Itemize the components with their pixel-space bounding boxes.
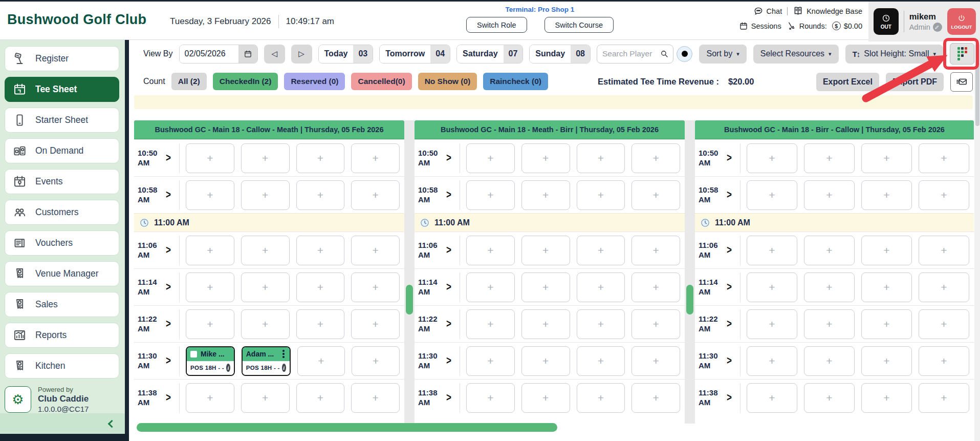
- sidebar-item-customers[interactable]: Customers: [5, 200, 119, 225]
- empty-slot-add-button[interactable]: +: [521, 143, 570, 173]
- sidebar-item-tee-sheet[interactable]: Tee Sheet: [5, 77, 119, 102]
- booking-cell[interactable]: Adam ...POS 18H - -i: [242, 346, 291, 376]
- empty-slot-add-button[interactable]: +: [296, 143, 345, 173]
- day-button-tomorrow[interactable]: Tomorrow04: [379, 45, 450, 64]
- vertical-scrollbar-thumb[interactable]: [975, 44, 979, 126]
- switch-role-button[interactable]: Switch Role: [466, 17, 527, 33]
- expand-row-chevron-icon[interactable]: >: [727, 152, 740, 164]
- day-button-sunday[interactable]: Sunday08: [529, 45, 591, 64]
- expand-row-chevron-icon[interactable]: >: [727, 188, 740, 201]
- expand-row-chevron-icon[interactable]: >: [446, 354, 460, 367]
- sort-by-dropdown[interactable]: Sort by ▾: [699, 45, 746, 64]
- empty-slot-add-button[interactable]: +: [804, 309, 855, 339]
- chat-link[interactable]: Chat: [753, 6, 782, 16]
- sidebar-item-starter-sheet[interactable]: Starter Sheet: [5, 108, 119, 133]
- expand-row-chevron-icon[interactable]: >: [166, 244, 179, 257]
- empty-slot-add-button[interactable]: +: [919, 272, 969, 302]
- empty-slot-add-button[interactable]: +: [577, 180, 625, 210]
- sidebar-item-reports[interactable]: Reports: [5, 323, 119, 348]
- logout-button[interactable]: LOGOUT: [947, 8, 976, 35]
- empty-slot-add-button[interactable]: +: [241, 236, 290, 265]
- empty-slot-add-button[interactable]: +: [919, 236, 969, 265]
- empty-slot-add-button[interactable]: +: [521, 272, 570, 302]
- empty-slot-add-button[interactable]: +: [919, 180, 969, 210]
- info-icon[interactable]: i: [282, 364, 286, 372]
- empty-slot-add-button[interactable]: +: [631, 143, 680, 173]
- prev-day-button[interactable]: ◁: [264, 45, 285, 64]
- empty-slot-add-button[interactable]: +: [296, 180, 345, 210]
- empty-slot-add-button[interactable]: +: [861, 383, 912, 413]
- day-button-today[interactable]: Today03: [318, 45, 374, 64]
- empty-slot-add-button[interactable]: +: [577, 143, 625, 173]
- empty-slot-add-button[interactable]: +: [747, 309, 797, 339]
- count-filter-no-show-0[interactable]: No Show (0): [418, 73, 477, 90]
- empty-slot-add-button[interactable]: +: [631, 272, 680, 302]
- expand-row-chevron-icon[interactable]: >: [446, 391, 460, 404]
- empty-slot-add-button[interactable]: +: [521, 383, 570, 413]
- empty-slot-add-button[interactable]: +: [186, 383, 234, 413]
- sidebar-item-vouchers[interactable]: Vouchers: [5, 230, 119, 256]
- empty-slot-add-button[interactable]: +: [919, 309, 969, 339]
- settings-gear-button[interactable]: ⚙: [5, 386, 31, 413]
- column-scrollbar-gutter[interactable]: [685, 120, 695, 424]
- empty-slot-add-button[interactable]: +: [186, 272, 234, 302]
- calendar-button[interactable]: [238, 45, 257, 63]
- empty-slot-add-button[interactable]: +: [747, 236, 797, 265]
- empty-slot-add-button[interactable]: +: [466, 272, 515, 302]
- select-resources-dropdown[interactable]: Select Resources ▾: [753, 45, 839, 64]
- empty-slot-add-button[interactable]: +: [577, 236, 625, 265]
- empty-slot-add-button[interactable]: +: [861, 180, 912, 210]
- column-scrollbar-thumb[interactable]: [406, 285, 413, 314]
- sidebar-item-on-demand[interactable]: On Demand: [5, 138, 119, 163]
- empty-slot-add-button[interactable]: +: [747, 272, 797, 302]
- empty-slot-add-button[interactable]: +: [186, 143, 234, 173]
- count-filter-reserved-0[interactable]: Reserved (0): [284, 73, 345, 90]
- empty-slot-add-button[interactable]: +: [631, 346, 680, 376]
- sidebar-item-sales[interactable]: Sales: [5, 292, 119, 317]
- email-teesheet-button[interactable]: [950, 72, 973, 92]
- day-button-saturday[interactable]: Saturday07: [456, 45, 523, 64]
- empty-slot-add-button[interactable]: +: [919, 346, 969, 376]
- empty-slot-add-button[interactable]: +: [804, 143, 855, 173]
- empty-slot-add-button[interactable]: +: [241, 180, 290, 210]
- empty-slot-add-button[interactable]: +: [297, 346, 345, 376]
- empty-slot-add-button[interactable]: +: [631, 236, 680, 265]
- empty-slot-add-button[interactable]: +: [186, 180, 234, 210]
- empty-slot-add-button[interactable]: +: [521, 346, 570, 376]
- export-pdf-button[interactable]: Export PDF: [886, 73, 944, 91]
- expand-row-chevron-icon[interactable]: >: [727, 318, 740, 330]
- next-day-button[interactable]: ▷: [291, 45, 312, 64]
- empty-slot-add-button[interactable]: +: [747, 143, 797, 173]
- expand-row-chevron-icon[interactable]: >: [446, 244, 460, 257]
- empty-slot-add-button[interactable]: +: [577, 346, 625, 376]
- empty-slot-add-button[interactable]: +: [521, 236, 570, 265]
- expand-row-chevron-icon[interactable]: >: [727, 354, 740, 367]
- rounds-link[interactable]: Rounds:: [787, 21, 827, 31]
- sidebar-item-venue-manager[interactable]: Venue Manager: [5, 261, 119, 286]
- empty-slot-add-button[interactable]: +: [186, 309, 234, 339]
- clock-out-button[interactable]: OUT: [874, 8, 899, 35]
- sidebar-collapse-button[interactable]: [0, 413, 125, 434]
- empty-slot-add-button[interactable]: +: [577, 272, 625, 302]
- expand-row-chevron-icon[interactable]: >: [166, 318, 179, 330]
- empty-slot-add-button[interactable]: +: [747, 383, 797, 413]
- knowledge-base-link[interactable]: Knowledge Base: [793, 6, 862, 16]
- booking-checkbox[interactable]: [190, 351, 197, 358]
- empty-slot-add-button[interactable]: +: [296, 272, 345, 302]
- empty-slot-add-button[interactable]: +: [296, 236, 345, 265]
- empty-slot-add-button[interactable]: +: [577, 309, 625, 339]
- expand-row-chevron-icon[interactable]: >: [166, 391, 179, 404]
- empty-slot-add-button[interactable]: +: [861, 272, 912, 302]
- expand-row-chevron-icon[interactable]: >: [446, 152, 460, 164]
- empty-slot-add-button[interactable]: +: [296, 309, 345, 339]
- empty-slot-add-button[interactable]: +: [241, 272, 290, 302]
- count-filter-raincheck-0[interactable]: Raincheck (0): [483, 73, 548, 90]
- empty-slot-add-button[interactable]: +: [804, 346, 855, 376]
- info-icon[interactable]: i: [226, 364, 230, 372]
- expand-row-chevron-icon[interactable]: >: [166, 354, 179, 367]
- empty-slot-add-button[interactable]: +: [577, 383, 625, 413]
- switch-course-button[interactable]: Switch Course: [545, 17, 614, 33]
- slot-height-dropdown[interactable]: T↕ Slot Height: Small ▾: [845, 45, 943, 64]
- empty-slot-add-button[interactable]: +: [804, 180, 855, 210]
- count-filter-checkedin-2[interactable]: CheckedIn (2): [213, 73, 278, 90]
